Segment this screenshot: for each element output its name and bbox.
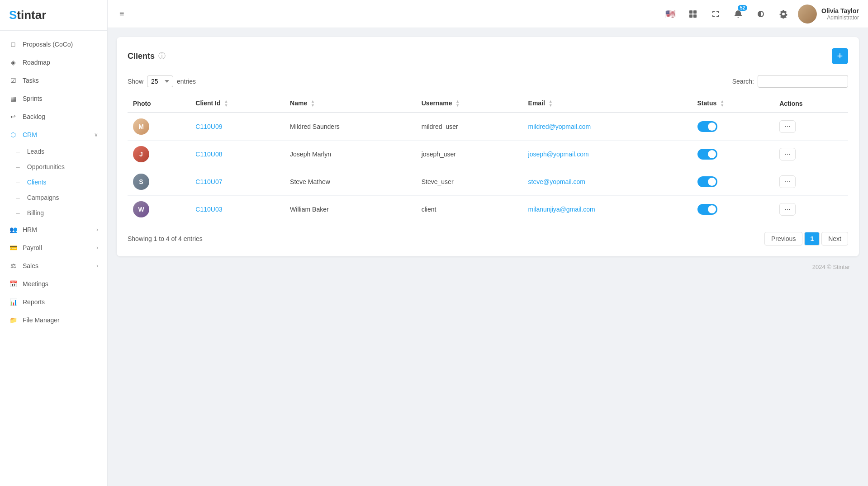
status-toggle[interactable] [697, 149, 717, 160]
actions-button[interactable]: ··· [779, 120, 795, 133]
cell-name: William Baker [285, 196, 416, 223]
sales-chevron-icon: › [96, 263, 98, 269]
sidebar-item-crm-label: CRM [23, 131, 37, 138]
actions-button[interactable]: ··· [779, 175, 795, 188]
hrm-icon: 👥 [9, 226, 17, 234]
cell-email: joseph@yopmail.com [523, 141, 692, 168]
fullscreen-icon[interactable] [708, 7, 723, 21]
table-row: S C110U07 Steve Mathew Steve_user steve@… [128, 168, 848, 196]
cell-client-id: C110U07 [190, 168, 285, 196]
entries-label: entries [177, 78, 196, 85]
proposals-icon: □ [9, 40, 17, 48]
settings-icon[interactable] [776, 7, 791, 21]
logo[interactable]: Stintar [0, 0, 107, 31]
info-icon[interactable]: ⓘ [158, 52, 166, 61]
sidebar-item-billing[interactable]: Billing [0, 205, 107, 221]
grid-icon[interactable] [686, 7, 700, 21]
client-id-link[interactable]: C110U03 [195, 206, 222, 213]
svg-rect-0 [689, 10, 693, 14]
actions-button[interactable]: ··· [779, 203, 795, 216]
page-number-1[interactable]: 1 [804, 232, 820, 245]
nav-menu: □ Proposals (CoCo) ◈ Roadmap ☑ Tasks ▦ S… [0, 31, 107, 486]
cell-email: mildred@yopmail.com [523, 113, 692, 141]
sidebar-item-sales-label: Sales [23, 262, 38, 269]
row-avatar: J [133, 146, 149, 162]
header: ≡ 🇺🇸 52 [108, 0, 868, 28]
client-id-link[interactable]: C110U09 [195, 123, 222, 130]
avatar-image [798, 5, 817, 24]
col-status[interactable]: Status ▲▼ [692, 95, 774, 113]
table-header: Photo Client Id ▲▼ Name ▲▼ Username ▲▼ E… [128, 95, 848, 113]
header-icons: 🇺🇸 52 [663, 7, 791, 21]
add-client-button[interactable]: + [832, 48, 848, 64]
flag-icon[interactable]: 🇺🇸 [663, 7, 678, 21]
col-email[interactable]: Email ▲▼ [523, 95, 692, 113]
cell-status [692, 141, 774, 168]
email-link[interactable]: joseph@yopmail.com [528, 151, 589, 158]
sidebar-item-sprints[interactable]: ▦ Sprints [0, 90, 107, 108]
roadmap-icon: ◈ [9, 58, 17, 66]
sidebar-item-payroll[interactable]: 💳 Payroll › [0, 239, 107, 257]
sidebar-item-reports[interactable]: 📊 Reports [0, 293, 107, 311]
sidebar-item-proposals[interactable]: □ Proposals (CoCo) [0, 35, 107, 53]
sidebar-item-backlog[interactable]: ↩ Backlog [0, 108, 107, 126]
hrm-chevron-icon: › [96, 226, 98, 233]
cell-username: joseph_user [416, 141, 523, 168]
sidebar-item-clients[interactable]: Clients [0, 175, 107, 190]
sidebar-item-backlog-label: Backlog [23, 113, 45, 120]
next-button[interactable]: Next [821, 232, 848, 245]
page-header: Clients ⓘ + [128, 48, 848, 64]
sidebar-item-opportunities[interactable]: Opportunities [0, 159, 107, 175]
email-link[interactable]: milanunjiya@gmail.com [528, 206, 595, 213]
avatar-initials: S [139, 178, 143, 185]
footer: 2024 © Stintar [117, 256, 859, 274]
table-row: W C110U03 William Baker client milanunji… [128, 196, 848, 223]
status-toggle[interactable] [697, 121, 717, 132]
cell-username: client [416, 196, 523, 223]
entries-select[interactable]: 25 50 100 [147, 75, 173, 87]
previous-button[interactable]: Previous [764, 232, 802, 245]
sidebar-item-roadmap[interactable]: ◈ Roadmap [0, 53, 107, 71]
svg-rect-2 [689, 14, 693, 18]
cell-actions: ··· [774, 196, 848, 223]
cell-avatar: S [128, 168, 190, 196]
sidebar-item-hrm[interactable]: 👥 HRM › [0, 221, 107, 239]
showing-text: Showing 1 to 4 of 4 entries [128, 235, 203, 242]
row-avatar: M [133, 118, 149, 135]
sidebar-item-file-manager[interactable]: 📁 File Manager [0, 311, 107, 329]
cell-status [692, 196, 774, 223]
sidebar-item-campaigns[interactable]: Campaigns [0, 190, 107, 205]
cell-username: mildred_user [416, 113, 523, 141]
sidebar-item-hrm-label: HRM [23, 226, 37, 233]
user-profile[interactable]: Olivia Taylor Administrator [798, 5, 859, 24]
notification-icon[interactable]: 52 [731, 7, 745, 21]
status-toggle[interactable] [697, 204, 717, 215]
col-username[interactable]: Username ▲▼ [416, 95, 523, 113]
cell-status [692, 113, 774, 141]
avatar-initials: M [138, 123, 144, 130]
table-controls: Show 25 50 100 entries Search: [128, 75, 848, 88]
sidebar-item-leads-label: Leads [27, 148, 44, 155]
col-client-id[interactable]: Client Id ▲▼ [190, 95, 285, 113]
client-id-link[interactable]: C110U07 [195, 178, 222, 185]
col-name[interactable]: Name ▲▼ [285, 95, 416, 113]
sidebar-item-reports-label: Reports [23, 298, 45, 306]
sidebar-item-crm[interactable]: ⬡ CRM ∨ [0, 126, 107, 144]
cell-email: milanunjiya@gmail.com [523, 196, 692, 223]
hamburger-icon[interactable]: ≡ [117, 6, 127, 21]
sidebar-item-leads[interactable]: Leads [0, 144, 107, 159]
actions-button[interactable]: ··· [779, 148, 795, 160]
email-link[interactable]: steve@yopmail.com [528, 178, 585, 185]
toggle-slider [697, 121, 717, 132]
client-id-link[interactable]: C110U08 [195, 151, 222, 158]
status-toggle[interactable] [697, 176, 717, 187]
sidebar-item-meetings[interactable]: 📅 Meetings [0, 275, 107, 293]
email-link[interactable]: mildred@yopmail.com [528, 123, 591, 130]
table-row: J C110U08 Joseph Marlyn joseph_user jose… [128, 141, 848, 168]
sidebar-item-sales[interactable]: ⚖ Sales › [0, 257, 107, 275]
user-name: Olivia Taylor [821, 7, 859, 14]
search-input[interactable] [758, 75, 848, 88]
cell-username: Steve_user [416, 168, 523, 196]
dark-mode-icon[interactable] [754, 7, 768, 21]
sidebar-item-tasks[interactable]: ☑ Tasks [0, 71, 107, 90]
